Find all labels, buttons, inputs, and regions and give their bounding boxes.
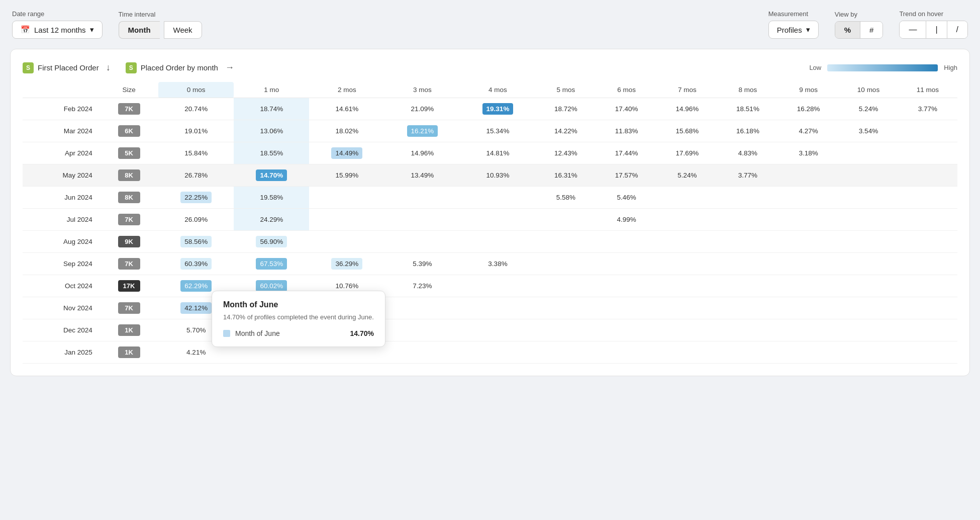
- value-cell-3-10[interactable]: [839, 164, 898, 187]
- value-cell-5-6[interactable]: 4.99%: [596, 209, 657, 231]
- value-cell-4-9[interactable]: [778, 187, 839, 209]
- value-cell-6-9[interactable]: [778, 231, 839, 253]
- value-cell-3-5[interactable]: 16.31%: [536, 164, 597, 187]
- second-sort-button[interactable]: →: [222, 61, 237, 74]
- value-cell-2-9[interactable]: 3.18%: [778, 142, 839, 164]
- value-cell-2-3[interactable]: 14.96%: [384, 142, 460, 164]
- value-cell-10-3[interactable]: [384, 319, 460, 341]
- value-cell-7-9[interactable]: [778, 253, 839, 275]
- value-cell-1-1[interactable]: 13.06%: [234, 120, 309, 142]
- value-cell-8-6[interactable]: [596, 275, 657, 297]
- value-cell-6-1[interactable]: 56.90%: [234, 231, 309, 253]
- value-cell-6-2[interactable]: [309, 231, 384, 253]
- value-cell-6-4[interactable]: [460, 231, 535, 253]
- value-cell-1-0[interactable]: 19.01%: [158, 120, 234, 142]
- value-cell-2-8[interactable]: 4.83%: [718, 142, 778, 164]
- value-cell-9-9[interactable]: [778, 297, 839, 319]
- value-cell-3-6[interactable]: 17.57%: [596, 164, 657, 187]
- value-cell-11-4[interactable]: [460, 341, 535, 364]
- interval-week-button[interactable]: Week: [164, 21, 202, 39]
- value-cell-10-9[interactable]: [778, 319, 839, 341]
- value-cell-10-6[interactable]: [596, 319, 657, 341]
- value-cell-0-9[interactable]: 16.28%: [778, 98, 839, 120]
- value-cell-3-0[interactable]: 26.78%: [158, 164, 234, 187]
- value-cell-8-5[interactable]: [536, 275, 597, 297]
- value-cell-7-10[interactable]: [839, 253, 898, 275]
- measurement-button[interactable]: Profiles ▾: [768, 21, 819, 39]
- value-cell-3-7[interactable]: 5.24%: [657, 164, 718, 187]
- value-cell-2-7[interactable]: 17.69%: [657, 142, 718, 164]
- trend-dash-button[interactable]: —: [900, 21, 926, 38]
- value-cell-9-11[interactable]: [898, 297, 957, 319]
- value-cell-2-6[interactable]: 17.44%: [596, 142, 657, 164]
- value-cell-6-8[interactable]: [718, 231, 778, 253]
- value-cell-5-0[interactable]: 26.09%: [158, 209, 234, 231]
- value-cell-4-4[interactable]: [460, 187, 535, 209]
- value-cell-2-5[interactable]: 12.43%: [536, 142, 597, 164]
- value-cell-6-3[interactable]: [384, 231, 460, 253]
- value-cell-3-8[interactable]: 3.77%: [718, 164, 778, 187]
- value-cell-2-2[interactable]: 14.49%: [309, 142, 384, 164]
- value-cell-10-11[interactable]: [898, 319, 957, 341]
- value-cell-0-8[interactable]: 18.51%: [718, 98, 778, 120]
- value-cell-5-4[interactable]: [460, 209, 535, 231]
- value-cell-0-3[interactable]: 21.09%: [384, 98, 460, 120]
- value-cell-9-5[interactable]: [536, 297, 597, 319]
- value-cell-7-8[interactable]: [718, 253, 778, 275]
- value-cell-11-9[interactable]: [778, 341, 839, 364]
- value-cell-10-7[interactable]: [657, 319, 718, 341]
- value-cell-11-11[interactable]: [898, 341, 957, 364]
- value-cell-6-7[interactable]: [657, 231, 718, 253]
- value-cell-0-4[interactable]: 19.31%: [460, 98, 535, 120]
- value-cell-4-10[interactable]: [839, 187, 898, 209]
- value-cell-11-3[interactable]: [384, 341, 460, 364]
- value-cell-0-11[interactable]: 3.77%: [898, 98, 957, 120]
- value-cell-9-8[interactable]: [718, 297, 778, 319]
- value-cell-2-10[interactable]: [839, 142, 898, 164]
- value-cell-1-2[interactable]: 18.02%: [309, 120, 384, 142]
- value-cell-9-10[interactable]: [839, 297, 898, 319]
- value-cell-5-10[interactable]: [839, 209, 898, 231]
- value-cell-10-8[interactable]: [718, 319, 778, 341]
- value-cell-4-3[interactable]: [384, 187, 460, 209]
- value-cell-1-4[interactable]: 15.34%: [460, 120, 535, 142]
- value-cell-7-2[interactable]: 36.29%: [309, 253, 384, 275]
- value-cell-5-7[interactable]: [657, 209, 718, 231]
- value-cell-5-11[interactable]: [898, 209, 957, 231]
- value-cell-8-7[interactable]: [657, 275, 718, 297]
- value-cell-10-4[interactable]: [460, 319, 535, 341]
- value-cell-9-4[interactable]: [460, 297, 535, 319]
- value-cell-9-3[interactable]: [384, 297, 460, 319]
- date-range-button[interactable]: 📅 Last 12 months ▾: [12, 21, 103, 39]
- interval-month-button[interactable]: Month: [119, 21, 160, 39]
- value-cell-1-6[interactable]: 11.83%: [596, 120, 657, 142]
- value-cell-3-9[interactable]: [778, 164, 839, 187]
- value-cell-4-0[interactable]: 22.25%: [158, 187, 234, 209]
- value-cell-8-3[interactable]: 7.23%: [384, 275, 460, 297]
- value-cell-5-5[interactable]: [536, 209, 597, 231]
- value-cell-6-6[interactable]: [596, 231, 657, 253]
- value-cell-3-3[interactable]: 13.49%: [384, 164, 460, 187]
- value-cell-0-10[interactable]: 5.24%: [839, 98, 898, 120]
- first-sort-button[interactable]: ↓: [103, 61, 114, 74]
- value-cell-1-8[interactable]: 16.18%: [718, 120, 778, 142]
- value-cell-10-10[interactable]: [839, 319, 898, 341]
- value-cell-4-6[interactable]: 5.46%: [596, 187, 657, 209]
- value-cell-5-1[interactable]: 24.29%: [234, 209, 309, 231]
- value-cell-1-7[interactable]: 15.68%: [657, 120, 718, 142]
- value-cell-1-5[interactable]: 14.22%: [536, 120, 597, 142]
- value-cell-4-11[interactable]: [898, 187, 957, 209]
- value-cell-7-4[interactable]: 3.38%: [460, 253, 535, 275]
- value-cell-6-0[interactable]: 58.56%: [158, 231, 234, 253]
- value-cell-8-4[interactable]: [460, 275, 535, 297]
- value-cell-0-5[interactable]: 18.72%: [536, 98, 597, 120]
- value-cell-11-6[interactable]: [596, 341, 657, 364]
- trend-slash-button[interactable]: /: [947, 21, 967, 38]
- value-cell-0-7[interactable]: 14.96%: [657, 98, 718, 120]
- value-cell-0-2[interactable]: 14.61%: [309, 98, 384, 120]
- value-cell-11-8[interactable]: [718, 341, 778, 364]
- value-cell-9-7[interactable]: [657, 297, 718, 319]
- value-cell-3-2[interactable]: 15.99%: [309, 164, 384, 187]
- value-cell-1-3[interactable]: 16.21%: [384, 120, 460, 142]
- value-cell-4-8[interactable]: [718, 187, 778, 209]
